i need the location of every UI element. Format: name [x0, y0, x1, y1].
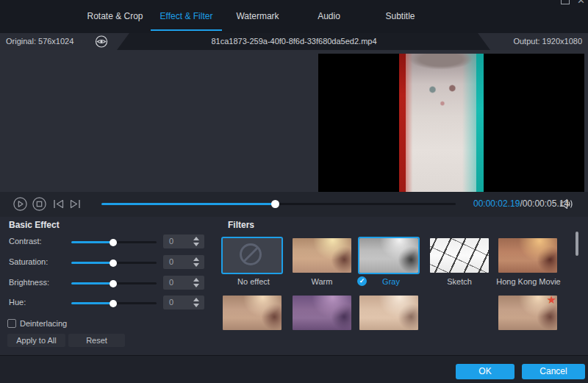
saturation-stepper[interactable]	[193, 257, 200, 268]
tab-bar: Rotate & Crop Effect & Filter Watermark …	[0, 0, 588, 33]
tab-audio[interactable]: Audio	[293, 0, 365, 33]
apply-to-all-button[interactable]: Apply to All	[7, 334, 65, 347]
adjustment-panel: Basic Effect Contrast: 0 Saturation: 0 B…	[0, 217, 588, 355]
contrast-stepper[interactable]	[193, 236, 200, 247]
playback-bar: 00:00:02.19/00:00:05.14	[0, 192, 588, 217]
filters-title: Filters	[228, 220, 254, 230]
deinterlacing-checkbox[interactable]	[7, 319, 16, 328]
anaglyph-red-stripe	[399, 54, 406, 192]
close-icon[interactable]: ✕	[577, 0, 585, 6]
filter-thumb-row2-warm[interactable]	[223, 296, 282, 330]
deinterlacing-label: Deinterlacing	[20, 319, 67, 328]
tab-rotate-crop[interactable]: Rotate & Crop	[79, 0, 151, 33]
play-icon[interactable]	[13, 197, 27, 211]
cancel-button[interactable]: Cancel	[522, 364, 585, 379]
filter-thumb-hong-kong-movie[interactable]	[498, 238, 557, 273]
saturation-row: Saturation: 0	[0, 255, 220, 270]
dialog-footer: OK Cancel	[0, 355, 588, 383]
tab-subtitle[interactable]: Subtitle	[365, 0, 436, 33]
brightness-stepper[interactable]	[193, 277, 200, 288]
contrast-label: Contrast:	[9, 237, 42, 246]
time-display: 00:00:02.19/00:00:05.14	[473, 198, 569, 209]
hue-stepper[interactable]	[193, 297, 200, 308]
video-filename: 81ca1873-259a-40f0-8f6d-33f680da5ed2.mp4	[0, 33, 588, 50]
filter-thumb-gray[interactable]	[359, 238, 418, 273]
previous-frame-icon[interactable]	[53, 199, 65, 209]
filter-label-hong-kong-movie[interactable]: Hong Kong Movie	[493, 277, 564, 286]
reset-button[interactable]: Reset	[68, 334, 125, 347]
no-effect-icon	[240, 243, 262, 265]
seek-thumb[interactable]	[271, 200, 279, 208]
original-video-preview	[105, 59, 183, 192]
contrast-slider[interactable]	[71, 241, 157, 243]
hue-slider[interactable]	[71, 302, 157, 304]
filter-thumb-row2-purple[interactable]	[293, 296, 351, 330]
effect-filter-dialog: Rotate & Crop Effect & Filter Watermark …	[0, 0, 588, 383]
saturation-label: Saturation:	[9, 257, 48, 266]
saturation-slider-thumb[interactable]	[110, 259, 117, 267]
tab-watermark[interactable]: Watermark	[222, 0, 293, 33]
hue-value-input[interactable]: 0	[163, 296, 204, 309]
volume-icon[interactable]	[559, 198, 574, 210]
hue-label: Hue:	[9, 298, 26, 307]
output-video-preview	[318, 54, 584, 192]
star-icon: ★	[547, 293, 556, 307]
filter-label-no-effect[interactable]: No effect	[218, 277, 289, 286]
contrast-slider-thumb[interactable]	[110, 239, 117, 246]
current-time: 00:00:02.19	[473, 198, 520, 209]
hue-slider-thumb[interactable]	[110, 300, 117, 307]
filter-thumb-warm[interactable]	[293, 238, 351, 273]
hue-row: Hue: 0	[0, 296, 220, 310]
anaglyph-cat-body	[406, 54, 476, 192]
maximize-icon[interactable]	[561, 0, 570, 4]
filter-thumb-sketch[interactable]	[430, 238, 489, 273]
filter-thumb-row2-star[interactable]: ★	[498, 296, 557, 330]
filter-thumb-row2-hazy[interactable]	[430, 296, 489, 330]
saturation-value-input[interactable]: 0	[163, 255, 204, 269]
tab-effect-filter[interactable]: Effect & Filter	[151, 0, 222, 33]
brightness-value-input[interactable]: 0	[163, 276, 204, 290]
brightness-row: Brightness: 0	[0, 276, 220, 290]
stop-icon[interactable]	[32, 197, 46, 211]
video-info-bar: Original: 576x1024 Output: 1920x1080 81c…	[0, 33, 588, 50]
brightness-slider[interactable]	[71, 282, 157, 284]
seek-progress	[101, 203, 276, 205]
anaglyph-cat-image	[399, 54, 484, 192]
check-icon: ✓	[357, 276, 367, 286]
filter-label-sketch[interactable]: Sketch	[424, 277, 495, 286]
preview-area	[0, 50, 588, 192]
brightness-slider-thumb[interactable]	[110, 280, 117, 287]
seek-slider[interactable]	[101, 203, 456, 205]
basic-effect-title: Basic Effect	[9, 220, 60, 230]
saturation-slider[interactable]	[71, 262, 157, 264]
anaglyph-cyan-stripe	[476, 54, 484, 192]
ok-button[interactable]: OK	[456, 364, 514, 379]
filter-thumb-no-effect[interactable]	[223, 238, 282, 273]
contrast-row: Contrast: 0	[0, 235, 220, 249]
filter-thumb-row2-pale[interactable]	[359, 296, 418, 330]
filters-scrollbar[interactable]	[576, 232, 578, 256]
next-frame-icon[interactable]	[69, 199, 81, 209]
filter-label-warm[interactable]: Warm	[287, 277, 357, 286]
contrast-value-input[interactable]: 0	[163, 235, 204, 248]
brightness-label: Brightness:	[9, 278, 49, 287]
